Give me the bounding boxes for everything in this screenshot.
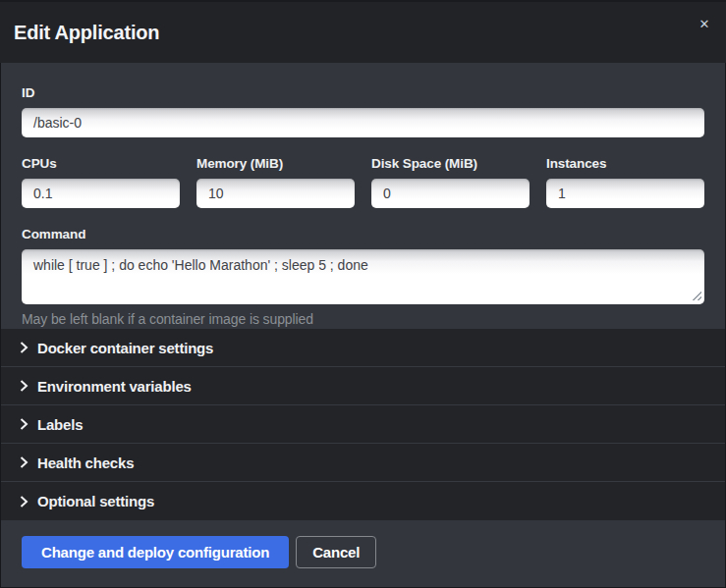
disk-space-label: Disk Space (MiB)	[371, 156, 530, 171]
command-textarea-wrap: while [ true ] ; do echo 'Hello Marathon…	[22, 249, 704, 304]
id-input[interactable]	[22, 108, 704, 137]
cpus-field-group: CPUs	[22, 156, 180, 208]
resource-field-row: CPUs Memory (MiB) Disk Space (MiB) Insta…	[22, 156, 704, 208]
command-textarea[interactable]: while [ true ] ; do echo 'Hello Marathon…	[22, 249, 704, 304]
section-label: Health checks	[37, 454, 134, 471]
section-label: Environment variables	[37, 378, 192, 395]
page-title: Edit Application	[14, 22, 159, 44]
instances-field-group: Instances	[546, 156, 704, 208]
memory-label: Memory (MiB)	[196, 156, 355, 171]
section-docker-container-settings[interactable]: Docker container settings	[0, 329, 726, 367]
section-optional-settings[interactable]: Optional settings	[0, 482, 726, 520]
modal-footer: Change and deploy configuration Cancel	[0, 520, 726, 588]
chevron-right-icon	[20, 456, 28, 468]
command-help-text: May be left blank if a container image i…	[22, 311, 704, 327]
disk-space-field-group: Disk Space (MiB)	[371, 156, 530, 208]
id-label: ID	[22, 85, 704, 100]
cpus-input[interactable]	[22, 179, 180, 208]
chevron-right-icon	[20, 380, 28, 392]
collapsible-sections: Docker container settings Environment va…	[0, 329, 726, 520]
chevron-right-icon	[20, 418, 28, 430]
section-label: Optional settings	[37, 493, 154, 509]
cancel-button[interactable]: Cancel	[296, 536, 376, 568]
command-field-group: Command while [ true ] ; do echo 'Hello …	[22, 227, 704, 327]
form-area: ID CPUs Memory (MiB) Disk Space (MiB) In…	[0, 63, 726, 329]
section-labels[interactable]: Labels	[0, 405, 726, 444]
change-and-deploy-button[interactable]: Change and deploy configuration	[22, 536, 289, 568]
edit-application-modal: Edit Application ✕ ID CPUs Memory (MiB) …	[0, 0, 726, 588]
section-health-checks[interactable]: Health checks	[0, 444, 726, 482]
modal-header: Edit Application ✕	[0, 0, 726, 63]
section-label: Labels	[37, 416, 83, 433]
close-icon[interactable]: ✕	[694, 14, 715, 35]
instances-input[interactable]	[546, 179, 704, 208]
cpus-label: CPUs	[22, 156, 180, 171]
memory-field-group: Memory (MiB)	[196, 156, 355, 208]
chevron-right-icon	[20, 496, 28, 508]
disk-space-input[interactable]	[371, 179, 530, 208]
section-environment-variables[interactable]: Environment variables	[0, 367, 726, 405]
command-label: Command	[22, 227, 704, 241]
memory-input[interactable]	[196, 179, 355, 208]
instances-label: Instances	[546, 156, 704, 171]
id-field-group: ID	[22, 85, 704, 137]
chevron-right-icon	[20, 342, 28, 353]
section-label: Docker container settings	[37, 340, 213, 356]
